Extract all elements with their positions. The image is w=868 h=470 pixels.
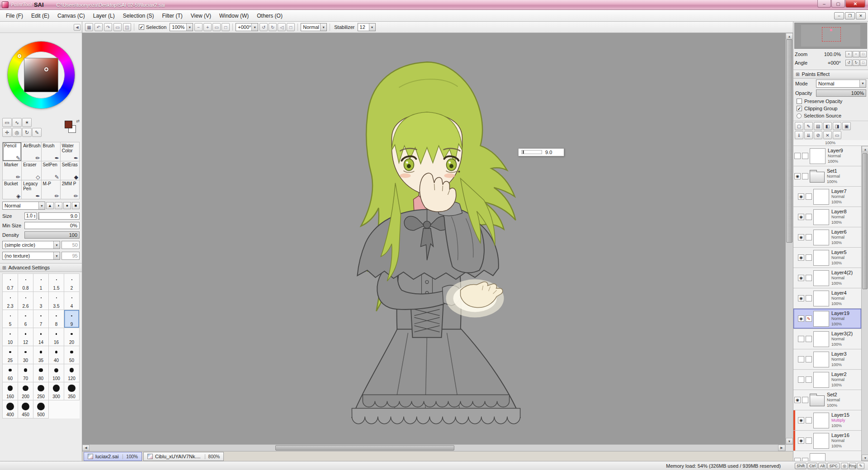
hue-cursor[interactable] [18, 54, 21, 58]
menu-filter[interactable]: Filter (T) [158, 10, 186, 21]
selection-source-row[interactable]: Selection Source [793, 112, 868, 119]
edge-hardness-field[interactable]: 50 [61, 241, 80, 249]
saturation-value-square[interactable] [24, 58, 58, 92]
rect-select-tool[interactable]: ▭ [2, 118, 12, 127]
menu-view[interactable]: View (V) [187, 10, 215, 21]
new-layer-button[interactable]: ▢ [795, 122, 803, 130]
vertical-scroll-track[interactable] [786, 39, 793, 438]
sv-cursor[interactable] [44, 67, 48, 71]
lasso-select-tool[interactable]: ∿ [12, 118, 22, 127]
scroll-up-button[interactable]: ▲ [786, 33, 793, 39]
brush-size-6[interactable]: 6 [18, 310, 33, 328]
layer-visibility-toggle[interactable] [798, 376, 804, 383]
transfer-down-button[interactable]: ⇓ [795, 131, 803, 139]
nav-zoom-reset-button[interactable]: □ [860, 51, 867, 57]
nav-rotate-cw-button[interactable]: ↻ [853, 60, 859, 66]
brush-size-200[interactable]: 200 [18, 382, 33, 400]
texture-select[interactable]: (no texture) ▼ [2, 252, 60, 260]
canvas-artwork[interactable] [82, 33, 785, 444]
brush-size-2-3[interactable]: 2.3 [3, 292, 18, 310]
undo-button[interactable]: ↶ [94, 23, 103, 31]
brush-size-70[interactable]: 70 [18, 364, 33, 382]
brush-size-4[interactable]: 4 [64, 292, 80, 310]
swap-colors-icon[interactable]: ⇄ [76, 119, 80, 123]
brush-size-14[interactable]: 14 [33, 328, 49, 346]
layer-visibility-toggle[interactable]: ◉ [798, 295, 804, 301]
scroll-right-button[interactable]: ▶ [778, 445, 785, 451]
canvas-zoom-select[interactable]: 100% ▼ [170, 23, 193, 31]
preserve-opacity-row[interactable]: Preserve Opacity [793, 98, 868, 105]
layer-visibility-toggle[interactable]: ◉ [798, 315, 804, 322]
flip-horizontal-button[interactable]: ◁ [278, 23, 286, 31]
stabilizer-select[interactable]: 12 ▼ [358, 23, 376, 31]
brush-size-2-6[interactable]: 2.6 [18, 292, 33, 310]
canvas-angle-select[interactable]: +000° ▼ [236, 23, 258, 31]
tool-legacy-pen[interactable]: Legacy Pen✒ [22, 180, 41, 199]
layer-opacity-slider[interactable]: 100% [816, 89, 866, 97]
brush-size-160[interactable]: 160 [3, 382, 18, 400]
layer-row-layer5[interactable]: ◉Layer5Normal100% [793, 248, 861, 268]
brush-size-80[interactable]: 80 [33, 364, 49, 382]
canvas-horizontal-scrollbar[interactable]: ◀ ▶ [82, 444, 785, 451]
layer-visibility-toggle[interactable]: ◉ [798, 193, 804, 200]
layer-row-set1[interactable]: ◉Set1Normal100% [793, 166, 861, 187]
brush-tip-shape-2-icon[interactable]: ◗ [55, 202, 62, 209]
canvas-viewport[interactable]: 9.0 [82, 33, 785, 444]
brush-size-500[interactable]: 500 [33, 400, 49, 418]
layer-visibility-toggle[interactable] [794, 153, 801, 159]
deselect-button[interactable]: ▭ [113, 23, 122, 31]
rotate-ccw-button[interactable]: ↺ [259, 23, 268, 31]
layer-row-partial-top[interactable]: 100% [793, 140, 868, 146]
nav-rotate-ccw-button[interactable]: ↺ [845, 60, 852, 66]
layer-visibility-toggle[interactable]: ◉ [798, 437, 804, 444]
brush-size-8[interactable]: 8 [49, 310, 64, 328]
brush-size-9[interactable]: 9 [64, 310, 80, 328]
texture-strength-field[interactable]: 95 [61, 252, 80, 260]
tool-pencil[interactable]: Pencil✎ [3, 142, 22, 161]
menu-file[interactable]: File (F) [2, 10, 27, 21]
brush-tip-shape-3-icon[interactable]: ● [63, 202, 71, 209]
preserve-opacity-checkbox[interactable] [797, 99, 802, 104]
paints-effect-button[interactable]: ▣ [842, 122, 851, 130]
brush-size-10[interactable]: 10 [3, 328, 18, 346]
angle-reset-button[interactable]: □ [287, 23, 295, 31]
lock-layer-button[interactable]: ▭ [833, 131, 841, 139]
menu-others[interactable]: Others (O) [253, 10, 287, 21]
tool-bucket[interactable]: Bucket◈ [3, 180, 22, 199]
magic-wand-tool[interactable]: ✶ [22, 118, 32, 127]
brush-size-50[interactable]: 50 [64, 346, 80, 364]
rotate-cw-button[interactable]: ↻ [269, 23, 277, 31]
layer-visibility-toggle[interactable]: ◉ [798, 254, 804, 261]
layer-row-layer7[interactable]: ◉Layer7Normal100% [793, 187, 861, 207]
layer-row-layer4[interactable]: ◉Layer4Normal100% [793, 288, 861, 309]
window-minimize-button[interactable]: – [817, 0, 831, 8]
document-tab-ciblu-xuyaiv7nk[interactable]: Ciblu_xUYAIV7Nk....800% [143, 452, 224, 461]
zoom-tool[interactable]: ◎ [12, 128, 22, 137]
merge-down-button[interactable]: ⇊ [804, 131, 813, 139]
layer-visibility-toggle[interactable] [798, 336, 804, 342]
special-layer-button[interactable]: ◨ [833, 122, 841, 130]
layer-row-layer15[interactable]: ◉Layer15Multiply100% [793, 410, 861, 431]
layers-scroll-down-button[interactable]: ▼ [862, 455, 868, 461]
navigator[interactable] [794, 23, 867, 49]
zoom-fit-button[interactable]: ▭ [212, 23, 221, 31]
scroll-down-button[interactable]: ▼ [786, 438, 793, 444]
layer-row-layer19[interactable]: ◉✎Layer19Normal100% [793, 309, 861, 329]
size-slider[interactable]: 9.0 [38, 212, 80, 220]
layer-row-layer4-2[interactable]: ◉Layer4(2)Normal100% [793, 268, 861, 288]
brush-size-30[interactable]: 30 [18, 346, 33, 364]
brush-size-0-8[interactable]: 0.8 [18, 274, 33, 292]
canvas-vertical-scrollbar[interactable]: ▲ ▼ [785, 33, 793, 444]
selection-source-radio[interactable] [797, 113, 802, 118]
horizontal-scroll-track[interactable] [90, 445, 778, 451]
layer-row-set2[interactable]: ◉Set2Normal100% [793, 390, 861, 410]
layer-visibility-toggle[interactable]: ◉ [798, 417, 804, 423]
brush-size-1[interactable]: 1 [33, 274, 49, 292]
brush-size-12[interactable]: 12 [18, 328, 33, 346]
window-maximize-button[interactable]: ▢ [831, 0, 845, 8]
child-close-button[interactable]: ✕ [856, 12, 866, 19]
layer-row-partial-bottom[interactable] [793, 451, 861, 461]
menu-window[interactable]: Window (W) [215, 10, 253, 21]
brush-size-25[interactable]: 25 [3, 346, 18, 364]
menu-edit[interactable]: Edit (E) [27, 10, 53, 21]
